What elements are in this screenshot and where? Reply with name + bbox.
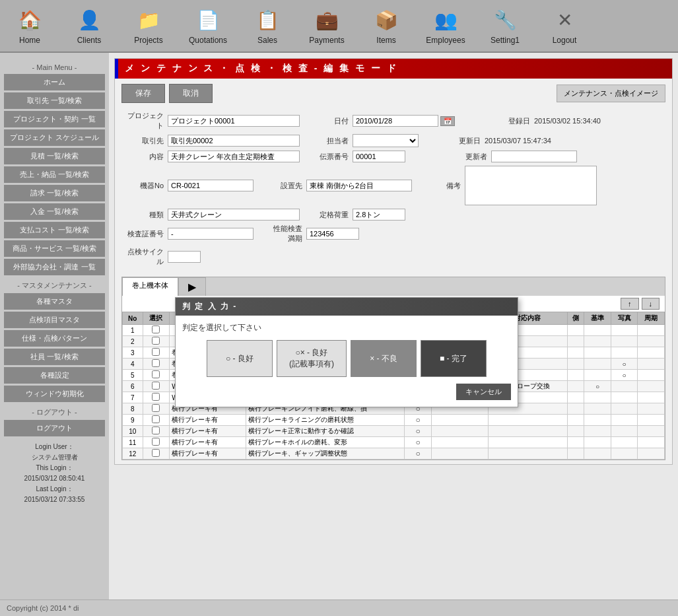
cell-checkbox[interactable] [143, 325, 170, 336]
date-input[interactable] [353, 115, 438, 127]
cell-judgment[interactable]: ○ [405, 437, 432, 448]
nav-projects[interactable]: 📁 Projects [119, 3, 178, 48]
cell-checkbox[interactable] [143, 448, 170, 460]
tab-side[interactable]: ▶ [178, 277, 206, 296]
sidebar-btn-init[interactable]: ウィンドウ初期化 [4, 386, 105, 402]
sidebar-btn-logout[interactable]: ログアウト [4, 420, 105, 436]
cell-no: 8 [123, 403, 143, 415]
nav-setting1[interactable]: 🔧 Setting1 [475, 3, 535, 48]
tab-main[interactable]: 巻上機本体 [122, 277, 178, 296]
form-container: メ ン テ ナ ン ス ・ 点 検 ・ 検 査 - 編 集 モ ー ド 保存 取… [114, 58, 673, 465]
machine-label: 機器No [121, 181, 168, 191]
nav-sales[interactable]: 📋 Sales [238, 3, 297, 48]
location-label: 設置先 [267, 181, 306, 191]
sidebar-btn-inspection[interactable]: 点検項目マスタ [4, 312, 105, 328]
sidebar-master-title: - マスタメンテナンス - [4, 281, 105, 291]
sidebar-btn-projects[interactable]: プロジェクト・契約 一覧 [4, 111, 105, 127]
cell-judgment[interactable]: ○ [405, 448, 432, 460]
updater-input[interactable] [491, 151, 577, 162]
nav-logout[interactable]: ✕ Logout [535, 3, 594, 48]
cell-side [567, 403, 584, 415]
cell-standard [584, 336, 611, 347]
cell-checkbox[interactable] [143, 347, 170, 359]
exam-input[interactable] [168, 228, 254, 240]
sidebar-btn-partners[interactable]: 外部協力会社・調達 一覧 [4, 259, 105, 275]
sidebar-btn-employees[interactable]: 社員 一覧/検索 [4, 349, 105, 365]
sidebar-btn-invoices[interactable]: 請求 一覧/検索 [4, 185, 105, 201]
modal-goodmark-btn[interactable]: ○× - 良好(記載事項有) [277, 340, 347, 377]
cell-photo [611, 415, 638, 426]
nav-items[interactable]: 📦 Items [356, 3, 416, 48]
nav-quotations[interactable]: 📄 Quotations [178, 3, 238, 48]
cell-checkbox[interactable] [143, 437, 170, 448]
sidebar-btn-costs[interactable]: 支払コスト 一覧/検索 [4, 222, 105, 238]
client-input[interactable] [168, 135, 300, 147]
remarks-textarea[interactable] [465, 166, 597, 205]
sidebar-btn-clients[interactable]: 取引先 一覧/検索 [4, 92, 105, 109]
sidebar-btn-patterns[interactable]: 仕様・点検パターン [4, 330, 105, 347]
sidebar-btn-home[interactable]: ホーム [4, 74, 105, 90]
performance-input[interactable] [306, 228, 359, 240]
table-row[interactable]: 9 横行ブレーキ有 横行ブレーキライニングの磨耗状態 ○ [123, 415, 665, 426]
cell-category: 横行ブレーキ有 [170, 448, 246, 460]
nav-employees[interactable]: 👥 Employees [416, 3, 475, 48]
top-nav: 🏠 Home 👤 Clients 📁 Projects 📄 Quotations… [0, 0, 678, 53]
type-label: 種類 [121, 210, 168, 220]
tab-row: 巻上機本体 ▶ [122, 277, 665, 296]
modal-bad-btn[interactable]: × - 不良 [351, 340, 417, 377]
nav-payments[interactable]: 💼 Payments [297, 3, 356, 48]
save-button[interactable]: 保存 [121, 84, 165, 103]
cancel-button[interactable]: 取消 [169, 84, 213, 103]
modal-good-btn[interactable]: ○ - 良好 [207, 340, 273, 377]
person-select[interactable] [353, 134, 419, 147]
calendar-button[interactable]: 📅 [440, 116, 455, 126]
modal-cancel-btn[interactable]: キャンセル [456, 384, 511, 400]
type-input[interactable] [168, 209, 300, 221]
table-row[interactable]: 10 横行ブレーキ有 横行ブレーキ正常に動作するか確認 ○ [123, 426, 665, 437]
table-row[interactable]: 12 横行ブレーキ有 横行ブレーキ、ギャップ調整状態 ○ [123, 448, 665, 460]
cell-judgment[interactable]: ○ [405, 415, 432, 426]
cell-side [567, 381, 584, 392]
cell-checkbox[interactable] [143, 415, 170, 426]
cell-cycle [638, 403, 665, 415]
cell-checkbox[interactable] [143, 370, 170, 381]
cell-standard [584, 403, 611, 415]
cell-judgment[interactable]: ○ [405, 426, 432, 437]
cell-category: 横行ブレーキ有 [170, 437, 246, 448]
nav-clients[interactable]: 👤 Clients [59, 3, 119, 48]
sidebar-btn-masters[interactable]: 各種マスタ [4, 293, 105, 310]
sidebar-btn-items[interactable]: 商品・サービス 一覧/検索 [4, 240, 105, 257]
cell-checkbox[interactable] [143, 359, 170, 370]
cell-side [567, 359, 584, 370]
project-input[interactable] [168, 115, 300, 127]
cell-checkbox[interactable] [143, 381, 170, 392]
sidebar-btn-settings[interactable]: 各種設定 [4, 367, 105, 384]
table-row[interactable]: 11 横行ブレーキ有 横行ブレーキホイルの磨耗、変形 ○ [123, 437, 665, 448]
cell-checkbox[interactable] [143, 403, 170, 415]
image-button[interactable]: メンテナンス・点検イメージ [557, 85, 665, 102]
cell-content: 横行ブレーキ正常に動作するか確認 [246, 426, 404, 437]
sidebar-info: Login User： システム管理者 This Login： 2015/03/… [4, 442, 105, 505]
capacity-input[interactable] [353, 209, 405, 221]
content-input[interactable] [168, 151, 300, 162]
location-input[interactable] [306, 180, 412, 191]
sidebar-btn-payments[interactable]: 入金 一覧/検索 [4, 203, 105, 220]
cell-checkbox[interactable] [143, 392, 170, 403]
cell-standard [584, 325, 611, 336]
modal-done-btn[interactable]: ■ - 完了 [421, 340, 487, 377]
down-button[interactable]: ↓ [642, 298, 660, 310]
slip-input[interactable] [353, 151, 405, 162]
cell-cycle [638, 325, 665, 336]
cell-side [567, 448, 584, 460]
cycle-input[interactable] [168, 251, 201, 263]
sidebar-btn-schedule[interactable]: プロジェクト スケジュール [4, 129, 105, 146]
cell-checkbox[interactable] [143, 426, 170, 437]
nav-home[interactable]: 🏠 Home [0, 3, 59, 48]
cell-no: 5 [123, 370, 143, 381]
sidebar-btn-quotations[interactable]: 見積 一覧/検索 [4, 148, 105, 164]
sidebar-btn-sales[interactable]: 売上・納品 一覧/検索 [4, 166, 105, 183]
machine-input[interactable] [168, 180, 254, 191]
up-button[interactable]: ↑ [621, 298, 639, 310]
cell-checkbox[interactable] [143, 336, 170, 347]
cell-photo [611, 347, 638, 359]
